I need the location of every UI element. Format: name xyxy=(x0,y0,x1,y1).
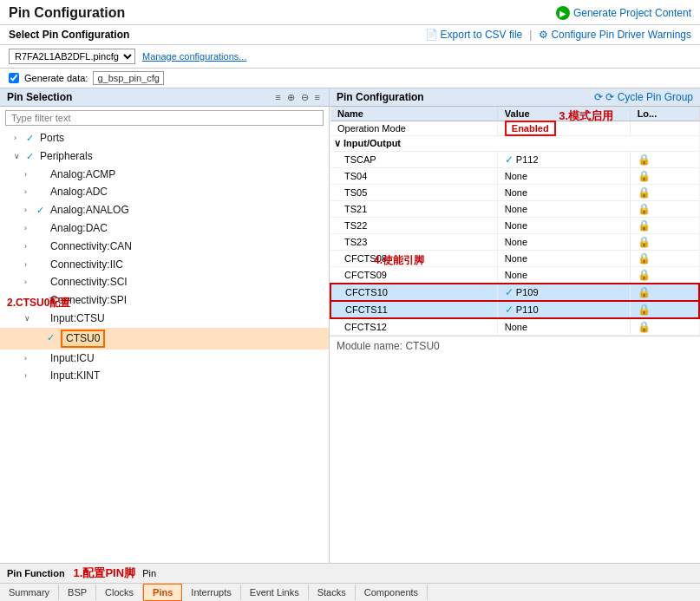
left-panel: Pin Selection ≡ ⊕ ⊖ ≡ › ✓ Ports xyxy=(0,88,330,563)
minus-icon[interactable]: ⊖ xyxy=(299,92,311,103)
cell-name: CFCTS10 xyxy=(330,284,497,301)
cell-value: None xyxy=(497,185,630,201)
arrow-icon: ∨ xyxy=(14,151,23,162)
config-data-table: Name Value Lo... Operation Mode Enabled xyxy=(330,107,700,336)
configure-icon: ⚙ xyxy=(539,29,548,41)
row-ts22[interactable]: TS22 None 🔒 xyxy=(330,218,699,234)
pin-function-value: Pin xyxy=(142,568,156,578)
tab-interrupts[interactable]: Interrupts xyxy=(182,585,240,600)
filter-icon[interactable]: ≡ xyxy=(313,92,322,103)
row-cfcts11[interactable]: CFCTS11 ✓ P110 🔒 xyxy=(330,301,699,318)
tree-item-peripherals[interactable]: ∨ ✓ Peripherals xyxy=(0,147,329,166)
tree-item-label: Analog:DAC xyxy=(50,221,108,236)
col-name: Name xyxy=(330,107,497,121)
cycle-pin-group-button[interactable]: ⟳ ⟳ Cycle Pin Group xyxy=(594,91,693,103)
tree-item-input-icu[interactable]: › Input:ICU xyxy=(0,349,329,368)
cell-lock: 🔒 xyxy=(630,201,699,218)
cell-value: None xyxy=(497,318,630,336)
cell-lock xyxy=(630,121,699,136)
filter-input[interactable] xyxy=(5,110,324,126)
annotation-3: 3.模式启用 xyxy=(559,108,613,124)
config-table: Name Value Lo... Operation Mode Enabled xyxy=(330,107,700,563)
cell-lock: 🔒 xyxy=(630,168,699,185)
check-icon: ✓ xyxy=(26,132,36,145)
row-cfcts12[interactable]: CFCTS12 None 🔒 xyxy=(330,318,699,336)
configure-label: Configure Pin Driver Warnings xyxy=(551,29,691,41)
tree-item-label: Peripherals xyxy=(40,149,93,164)
cell-lock: 🔒 xyxy=(630,267,699,284)
tree-item-analog-acmp[interactable]: › Analog:ACMP xyxy=(0,166,329,184)
cell-lock: 🔒 xyxy=(630,185,699,201)
tab-components[interactable]: Components xyxy=(356,585,428,600)
tab-bsp[interactable]: BSP xyxy=(59,585,96,600)
export-csv-button[interactable]: 📄 Export to CSV file xyxy=(425,29,523,41)
manage-configurations-link[interactable]: Manage configurations... xyxy=(142,51,246,62)
config-select[interactable]: R7FA2L1AB2DFL.pincfg xyxy=(9,49,135,64)
tree-item-connectivity-iic[interactable]: › Connectivity:IIC xyxy=(0,256,329,274)
tree-item-label: Analog:ADC xyxy=(50,185,108,199)
cell-lock: 🔒 xyxy=(630,152,699,168)
row-cfcts09[interactable]: CFCTS09 4.使能引脚 None 🔒 xyxy=(330,267,699,284)
export-label: Export to CSV file xyxy=(441,29,523,41)
generate-data-label: Generate data: xyxy=(24,73,88,83)
cell-name: CFCTS12 xyxy=(330,318,497,336)
content-area: Pin Selection ≡ ⊕ ⊖ ≡ › ✓ Ports xyxy=(0,88,700,563)
row-cfcts10[interactable]: CFCTS10 ✓ P109 🔒 xyxy=(330,284,699,301)
generate-checkbox[interactable] xyxy=(9,73,19,83)
header: Pin Configuration ▶ Generate Project Con… xyxy=(0,0,700,25)
row-tscap[interactable]: TSCAP ✓ P112 🔒 xyxy=(330,152,699,168)
arrow-icon: › xyxy=(24,241,33,252)
generate-project-button[interactable]: ▶ Generate Project Content xyxy=(556,6,691,20)
tree-item-input-kint[interactable]: › Input:KINT xyxy=(0,367,329,385)
generate-icon: ▶ xyxy=(556,6,570,20)
cell-name: TSCAP xyxy=(330,152,497,168)
add-icon[interactable]: ⊕ xyxy=(285,92,297,103)
tab-clocks[interactable]: Clocks xyxy=(96,585,143,600)
pin-selection-header: Pin Selection ≡ ⊕ ⊖ ≡ xyxy=(0,88,329,107)
tab-event-links[interactable]: Event Links xyxy=(241,585,309,600)
generate-data-value: g_bsp_pin_cfg xyxy=(93,71,164,85)
pin-function-label: Pin Function xyxy=(7,568,65,578)
arrow-icon: › xyxy=(24,169,33,180)
toolbar: Select Pin Configuration 📄 Export to CSV… xyxy=(0,25,700,45)
right-panel: Pin Configuration ⟳ ⟳ Cycle Pin Group 3.… xyxy=(330,88,700,563)
cell-name: TS22 xyxy=(330,218,497,234)
tree-item-connectivity-sci[interactable]: › Connectivity:SCI xyxy=(0,273,329,291)
row-ts21[interactable]: TS21 None 🔒 xyxy=(330,201,699,218)
tab-pins[interactable]: Pins xyxy=(143,584,182,601)
tree-item-label: CTSU0 xyxy=(61,330,105,348)
cell-value: None xyxy=(497,251,630,267)
tree-item-connectivity-can[interactable]: › Connectivity:CAN xyxy=(0,238,329,256)
tree-item-ctsu0[interactable]: ✓ CTSU0 xyxy=(0,328,329,349)
cell-value: None xyxy=(497,218,630,234)
export-icon: 📄 xyxy=(425,29,438,41)
cell-name: TS21 xyxy=(330,201,497,218)
tree-item-analog-analog[interactable]: › ✓ Analog:ANALOG xyxy=(0,201,329,219)
tree-item-input-ctsu-row: ∨ Input:CTSU 2.CTSU0配置 xyxy=(0,310,329,328)
tree-item-label: Analog:ANALOG xyxy=(50,203,129,218)
tab-summary[interactable]: Summary xyxy=(0,585,59,600)
arrow-icon: › xyxy=(24,353,33,364)
tree-item-analog-adc[interactable]: › Analog:ADC xyxy=(0,183,329,201)
pin-config-title: Pin Configuration xyxy=(337,91,424,103)
row-ts05[interactable]: TS05 None 🔒 xyxy=(330,185,699,201)
row-input-output: ∨ Input/Output xyxy=(330,136,699,152)
tree-item-ports[interactable]: › ✓ Ports xyxy=(0,129,329,147)
row-operation-mode[interactable]: Operation Mode Enabled xyxy=(330,121,699,136)
enabled-badge: Enabled xyxy=(505,121,556,136)
row-ts23[interactable]: TS23 None 🔒 xyxy=(330,234,699,251)
tree-item-label: Input:KINT xyxy=(50,369,100,383)
configure-warnings-button[interactable]: ⚙ Configure Pin Driver Warnings xyxy=(539,29,691,41)
cell-value: ✓ P109 xyxy=(497,284,630,301)
list-icon[interactable]: ≡ xyxy=(273,92,282,103)
annotation-4: 4.使能引脚 xyxy=(374,253,424,268)
separator: | xyxy=(529,29,532,41)
annotation-1: 1.配置PIN脚 xyxy=(74,565,136,581)
arrow-icon: › xyxy=(24,223,33,234)
tree-item-label: Input:ICU xyxy=(50,351,95,366)
check-icon: ✓ xyxy=(36,204,47,217)
tree-item-analog-dac[interactable]: › Analog:DAC xyxy=(0,219,329,238)
row-ts04[interactable]: TS04 None 🔒 xyxy=(330,168,699,185)
tab-stacks[interactable]: Stacks xyxy=(309,585,356,600)
tree-item-input-ctsu[interactable]: ∨ Input:CTSU xyxy=(0,310,329,328)
